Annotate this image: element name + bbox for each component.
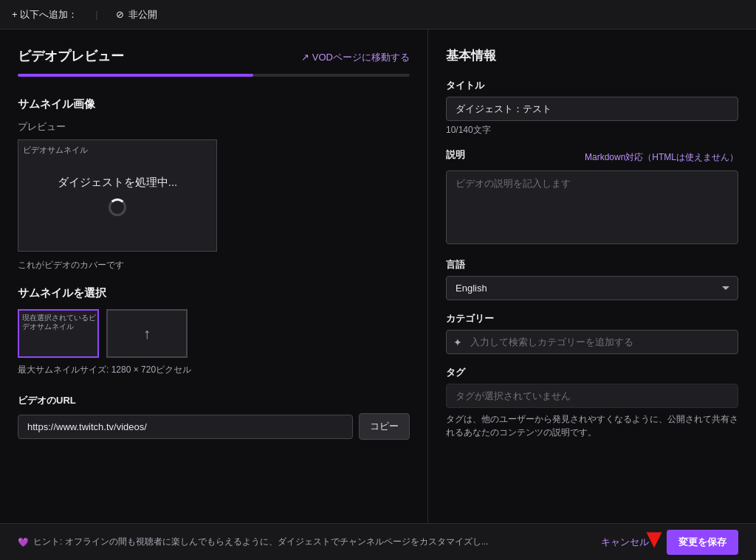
progress-bar-fill — [18, 74, 253, 77]
copy-button[interactable]: コピー — [359, 413, 410, 440]
save-button[interactable]: 変更を保存 — [667, 530, 738, 555]
markdown-label[interactable]: Markdown対応（HTMLは使えません） — [585, 151, 738, 164]
thumbnail-option-current[interactable]: 現在選択されているビデオサムネイル — [18, 309, 99, 358]
category-label: カテゴリー — [446, 312, 738, 325]
separator: | — [95, 9, 97, 20]
bottom-bar: 💜 ヒント: オフラインの間も視聴者に楽しんでもらえるように、ダイジェストでチャ… — [0, 523, 756, 560]
processing-text: ダイジェストを処理中... — [58, 176, 178, 190]
private-label: 非公開 — [128, 8, 157, 21]
right-title: 基本情報 — [446, 47, 738, 64]
title-input[interactable] — [446, 97, 738, 121]
panel-header: ビデオプレビュー ↗ VODページに移動する — [18, 47, 410, 68]
right-panel: 基本情報 タイトル 10/140文字 説明 Markdown対応（HTMLは使え… — [428, 30, 756, 523]
thumbnail-section-title: サムネイル画像 — [18, 97, 410, 111]
char-count: 10/140文字 — [446, 124, 738, 136]
bottom-actions: キャンセル 変更を保存 — [592, 530, 738, 555]
panel-title: ビデオプレビュー — [18, 47, 124, 65]
left-panel: ビデオプレビュー ↗ VODページに移動する サムネイル画像 プレビュー ビデオ… — [0, 30, 428, 523]
tags-input — [446, 384, 738, 408]
hint-content: ヒント: オフラインの間も視聴者に楽しんでもらえるように、ダイジェストでチャンネ… — [33, 536, 489, 548]
add-label: + 以下へ追加： — [12, 8, 78, 21]
thumbnail-option-label: 現在選択されているビデオサムネイル — [22, 314, 97, 331]
thumbnail-img-label: ビデオサムネイル — [23, 145, 88, 156]
thumbnail-upload-button[interactable]: ↑ — [106, 309, 188, 358]
description-field-group: 説明 Markdown対応（HTMLは使えません） — [446, 148, 738, 246]
url-title: ビデオのURL — [18, 394, 410, 407]
language-label: 言語 — [446, 258, 738, 272]
category-icon: ✦ — [453, 336, 462, 348]
vod-link[interactable]: ↗ VODページに移動する — [301, 51, 410, 64]
tags-field-group: タグ タグは、他のユーザーから発見されやすくなるように、公開されて共有されるあな… — [446, 366, 738, 439]
thumbnail-select-row: 現在選択されているビデオサムネイル ↑ — [18, 309, 410, 358]
thumbnail-preview: ビデオサムネイル ダイジェストを処理中... — [18, 139, 217, 252]
preview-label: プレビュー — [18, 120, 410, 134]
title-field-group: タイトル 10/140文字 — [446, 79, 738, 136]
description-label-row: 説明 Markdown対応（HTMLは使えません） — [446, 148, 738, 166]
topbar: + 以下へ追加： | ⊘ 非公開 — [0, 0, 756, 30]
cancel-button[interactable]: キャンセル — [592, 530, 658, 555]
hint-icon: 💜 — [18, 537, 29, 547]
add-button[interactable]: + 以下へ追加： — [12, 8, 78, 21]
category-input-wrapper: ✦ — [446, 330, 738, 354]
cover-text: これがビデオのカバーです — [18, 259, 410, 272]
language-select[interactable]: English 日本語 한국어 中文 Español Français Deut… — [446, 276, 738, 300]
tags-label: タグ — [446, 366, 738, 379]
loading-spinner — [109, 198, 126, 216]
language-field-group: 言語 English 日本語 한국어 中文 Español Français D… — [446, 258, 738, 300]
description-input[interactable] — [446, 170, 738, 244]
url-input[interactable] — [18, 415, 353, 439]
main-content: ビデオプレビュー ↗ VODページに移動する サムネイル画像 プレビュー ビデオ… — [0, 30, 756, 523]
url-row: コピー — [18, 413, 410, 440]
category-field-group: カテゴリー ✦ — [446, 312, 738, 354]
upload-icon: ↑ — [143, 325, 151, 342]
description-label: 説明 — [446, 148, 465, 162]
title-label: タイトル — [446, 79, 738, 92]
eye-off-icon: ⊘ — [116, 9, 124, 20]
thumbnail-select-title: サムネイルを選択 — [18, 286, 410, 300]
tags-description: タグは、他のユーザーから発見されやすくなるように、公開されて共有されるあなたのコ… — [446, 412, 738, 439]
hint-text: 💜 ヒント: オフラインの間も視聴者に楽しんでもらえるように、ダイジェストでチャ… — [18, 536, 592, 548]
progress-bar-container — [18, 74, 410, 77]
max-size-text: 最大サムネイルサイズ: 1280 × 720ピクセル — [18, 364, 410, 376]
category-input[interactable] — [446, 330, 738, 354]
private-button[interactable]: ⊘ 非公開 — [116, 8, 157, 21]
